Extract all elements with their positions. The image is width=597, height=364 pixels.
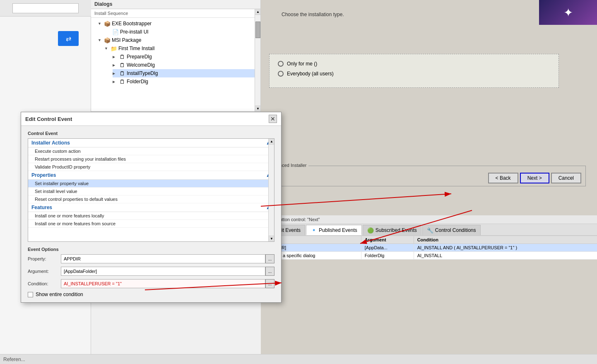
listbox-item-validate-productid[interactable]: Validate ProductID property xyxy=(28,163,274,171)
property-input[interactable] xyxy=(61,254,265,263)
pushbutton-area: PushButton control: "Next" 🔶 Init Events… xyxy=(263,215,597,260)
group-features[interactable]: Features ▲ xyxy=(28,203,274,212)
page-icon: 📄 xyxy=(112,29,119,35)
folder-icon: 📁 xyxy=(110,45,118,52)
arrow-icon: ▶ xyxy=(113,72,118,75)
ai-buttons-container: < Back Next > Cancel xyxy=(263,170,585,186)
cancel-button[interactable]: Cancel xyxy=(551,173,581,183)
event-table: Event Argument Condition [APPDIR] [AppDa… xyxy=(263,236,597,260)
cell-argument: [AppData... xyxy=(361,244,414,252)
table-row[interactable]: [APPDIR] [AppData... AI_INSTALL AND ( AI… xyxy=(263,244,597,252)
tree-content: ▼ 📦 EXE Bootstrapper 📄 Pre-install UI ▼ … xyxy=(91,18,260,87)
logo-star-icon: ✦ xyxy=(563,6,573,19)
listbox-item-install-from-source[interactable]: Install one or more features from source xyxy=(28,220,274,228)
tree-item-welcome-dlg[interactable]: ▶ 🗒 WelcomeDlg xyxy=(113,61,260,69)
search-input-box[interactable] xyxy=(12,3,79,13)
condition-label: Condition: xyxy=(28,281,61,286)
tree-item-folder-dlg[interactable]: ▶ 🗒 FolderDlg xyxy=(113,77,260,86)
radio-circle-icon xyxy=(278,61,284,67)
control-event-listbox[interactable]: Installer Actions ▲ Execute custom actio… xyxy=(28,138,274,242)
condition-input[interactable] xyxy=(61,279,265,288)
property-browse-button[interactable]: ... xyxy=(265,254,274,263)
col-condition: Condition xyxy=(414,236,597,244)
listbox-item-reset-control-properties[interactable]: Reset control properties to default valu… xyxy=(28,195,274,203)
tree-item-prepare-dlg[interactable]: ▶ 🗒 PrepareDlg xyxy=(113,53,260,61)
tree-item-first-time-install[interactable]: ▼ 📁 First Time Install xyxy=(104,44,260,53)
show-condition-row: Show entire condition xyxy=(28,292,274,297)
listbox-item-execute-custom-action[interactable]: Execute custom action xyxy=(28,147,274,155)
arrow-icon: ▶ xyxy=(113,80,118,84)
group-label: Properties xyxy=(31,172,56,178)
subscribed-events-icon: 🟢 xyxy=(367,227,374,234)
tree-item-preinstall-ui[interactable]: 📄 Pre-install UI xyxy=(106,28,260,36)
package-icon: 📦 xyxy=(104,37,111,43)
listbox-item-install-locally[interactable]: Install one or more features locally xyxy=(28,212,274,220)
radio-group: Only for me () Everybody (all users) xyxy=(269,54,559,88)
published-events-icon: 🔹 xyxy=(311,227,317,233)
argument-row: Argument: ... xyxy=(28,267,274,276)
scroll-up-btn[interactable]: ▲ xyxy=(269,139,274,145)
listbox-item-set-install-level[interactable]: Set install level value xyxy=(28,188,274,195)
top-bar xyxy=(0,0,91,17)
radio-label: Only for me () xyxy=(287,61,317,67)
tree-item-label: EXE Bootstrapper xyxy=(112,21,152,27)
right-panel: Choose the installation type. ✦ Only for… xyxy=(261,0,597,364)
tree-item-label: InstallTypeDlg xyxy=(127,70,158,76)
radio-everybody[interactable]: Everybody (all users) xyxy=(278,71,550,77)
bottom-bar-label: Referen... xyxy=(3,357,25,362)
radio-circle-icon xyxy=(278,71,284,77)
scroll-down-btn[interactable]: ▼ xyxy=(269,236,274,241)
argument-input[interactable] xyxy=(61,267,265,276)
next-button[interactable]: Next > xyxy=(520,173,549,183)
dialog-close-button[interactable]: ✕ xyxy=(269,115,277,123)
scroll-up-button[interactable]: ▲ xyxy=(255,9,261,15)
show-condition-checkbox[interactable] xyxy=(28,292,33,297)
listbox-item-restart-processes[interactable]: Restart processes using your installatio… xyxy=(28,155,274,163)
tree-item-label: FolderDlg xyxy=(127,79,148,84)
dialog-body: Control Event Installer Actions ▲ Execut… xyxy=(21,126,281,302)
tab-published-events[interactable]: 🔹 Published Events xyxy=(306,225,362,235)
tab-control-conditions[interactable]: 🔧 Control Conditions xyxy=(422,225,481,235)
property-label: Property: xyxy=(28,256,61,261)
control-event-label: Control Event xyxy=(28,131,274,136)
group-installer-actions[interactable]: Installer Actions ▲ xyxy=(28,139,274,147)
dialog-icon: 🗒 xyxy=(118,53,126,60)
scrollbar-thumb xyxy=(255,22,260,38)
tree-item-install-type-dlg[interactable]: ▶ 🗒 InstallTypeDlg xyxy=(113,69,260,77)
condition-browse-button[interactable]: ... xyxy=(265,279,274,288)
tree-panel: Dialogs Install Sequence ▼ 📦 EXE Bootstr… xyxy=(91,0,261,112)
back-button[interactable]: < Back xyxy=(488,173,518,183)
tree-scrollbar[interactable]: ▲ ▼ xyxy=(255,9,260,111)
cell-condition: AI_INSTALL AND ( AI_INSTALLPERUSER = "1"… xyxy=(414,244,597,252)
tree-header: Dialogs xyxy=(91,0,260,9)
tab-subscribed-events[interactable]: 🟢 Subscribed Events xyxy=(363,225,421,235)
exchange-button[interactable]: ⇄ xyxy=(58,31,79,46)
tab-label: Control Conditions xyxy=(435,227,476,233)
cell-argument: FolderDlg xyxy=(361,252,414,260)
tab-label: Subscribed Events xyxy=(376,227,417,233)
argument-browse-button[interactable]: ... xyxy=(265,267,274,276)
dialog-icon: 🗒 xyxy=(118,78,126,85)
tree-item-msi-package[interactable]: ▼ 📦 MSI Package xyxy=(98,36,260,44)
install-sequence-label: Install Sequence xyxy=(91,9,260,18)
folder-icon: 📦 xyxy=(104,20,111,27)
scroll-down-button[interactable]: ▼ xyxy=(255,106,261,111)
dialog-icon: 🗒 xyxy=(118,70,126,77)
table-row[interactable]: Display a specific dialog FolderDlg AI_I… xyxy=(263,252,597,260)
tree-item-label: MSI Package xyxy=(112,37,141,43)
listbox-item-set-installer-property[interactable]: Set installer property value xyxy=(28,180,274,188)
tree-item-label: Pre-install UI xyxy=(120,29,149,35)
tree-item-label: First Time Install xyxy=(118,46,154,51)
radio-only-for-me[interactable]: Only for me () xyxy=(278,61,550,67)
listbox-scrollbar[interactable]: ▲ ▼ xyxy=(268,139,274,241)
dialog-title: Edit Control Event xyxy=(25,116,72,122)
event-options-section: Event Options Property: ... Argument: ..… xyxy=(28,247,274,297)
edit-control-event-dialog: Edit Control Event ✕ Control Event Insta… xyxy=(21,112,282,303)
tree-item-label: WelcomeDlg xyxy=(127,62,155,68)
argument-label: Argument: xyxy=(28,269,61,274)
dialog-icon: 🗒 xyxy=(118,62,126,68)
arrow-icon: ▼ xyxy=(104,46,110,51)
radio-label: Everybody (all users) xyxy=(287,71,334,77)
group-properties[interactable]: Properties ▲ xyxy=(28,171,274,180)
tree-item-exe-bootstrapper[interactable]: ▼ 📦 EXE Bootstrapper xyxy=(98,19,260,28)
